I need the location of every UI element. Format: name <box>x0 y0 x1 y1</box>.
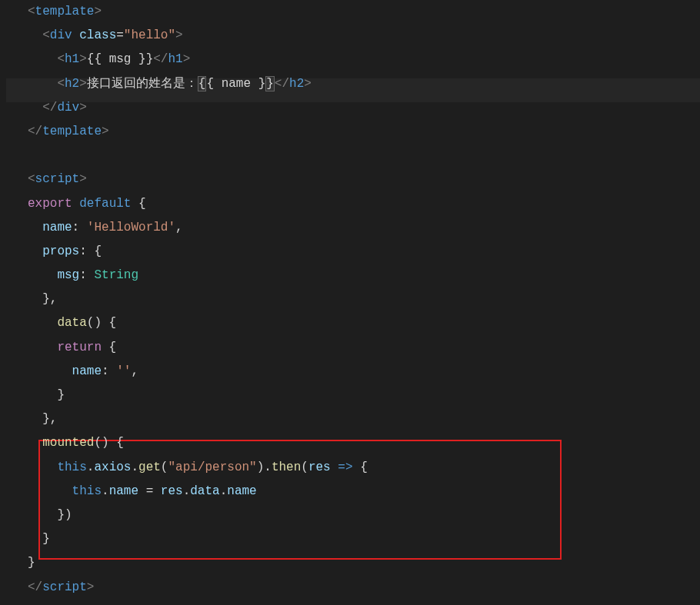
code-line[interactable]: this.name = res.data.name <box>28 480 700 504</box>
keyword-this2: this <box>72 484 102 498</box>
code-line[interactable]: }, <box>28 407 700 431</box>
code-line[interactable]: msg: String <box>28 264 700 288</box>
code-line[interactable]: this.axios.get("api/person").then(res =>… <box>28 456 700 480</box>
code-line[interactable]: }, <box>28 288 700 311</box>
gutter <box>0 0 6 605</box>
attr-value: "hello" <box>124 28 175 42</box>
code-line[interactable]: } <box>28 551 700 575</box>
code-line[interactable]: <template> <box>28 0 700 24</box>
fn-data: data <box>57 316 86 330</box>
type-string: String <box>94 268 138 282</box>
chinese-text: 接口返回的姓名是： <box>87 77 198 91</box>
code-line[interactable]: </div> <box>28 96 700 120</box>
code-line[interactable]: export default { <box>28 192 700 216</box>
keyword-default: default <box>79 197 131 211</box>
fn-then: then <box>272 460 301 474</box>
param-res: res <box>308 460 331 474</box>
interpolation-msg: {{ msg }} <box>87 52 153 66</box>
keyword-export: export <box>28 197 72 211</box>
fn-mounted: mounted <box>42 436 94 450</box>
code-line[interactable]: data() { <box>28 311 700 335</box>
code-line[interactable]: name: '', <box>28 360 700 384</box>
tag-script: script <box>35 172 80 186</box>
keyword-return: return <box>57 341 102 354</box>
tag-div: div <box>50 28 72 42</box>
keyword-this: this <box>57 460 86 474</box>
bracket-match: { <box>198 76 207 91</box>
code-line[interactable]: <script> <box>28 168 700 191</box>
attr-class: class <box>79 28 116 42</box>
code-area[interactable]: <template> <div class="hello"> <h1>{{ ms… <box>6 0 700 605</box>
code-content[interactable]: <template> <div class="hello"> <h1>{{ ms… <box>28 0 700 600</box>
prop-msg: msg <box>57 268 79 282</box>
string-helloworld: 'HelloWorld' <box>87 221 175 234</box>
string-empty: '' <box>116 364 131 378</box>
prop-name2: name <box>72 364 102 378</box>
code-line[interactable]: </template> <box>28 120 700 144</box>
tag-template: template <box>35 5 95 18</box>
code-line[interactable]: } <box>28 384 700 407</box>
closetag-script: script <box>42 580 87 594</box>
fn-get: get <box>138 460 161 474</box>
bracket-match: } <box>265 76 275 91</box>
tag-h2: h2 <box>65 77 79 91</box>
code-line[interactable]: props: { <box>28 240 700 264</box>
tag-h1: h1 <box>65 52 79 66</box>
code-line[interactable]: }) <box>28 504 700 527</box>
prop-axios: axios <box>94 460 131 474</box>
code-line[interactable]: return { <box>28 336 700 360</box>
arrow: => <box>331 460 360 474</box>
code-line[interactable]: mounted() { <box>28 431 700 455</box>
closetag-template: template <box>42 125 102 138</box>
code-line[interactable]: } <box>28 527 700 551</box>
closetag-div: div <box>57 101 79 115</box>
code-line[interactable]: <h2>接口返回的姓名是：{{ name }}</h2> <box>28 72 700 96</box>
code-editor[interactable]: <template> <div class="hello"> <h1>{{ ms… <box>0 0 700 605</box>
code-line[interactable]: <div class="hello"> <box>28 24 700 48</box>
code-line[interactable]: </script> <box>28 576 700 600</box>
code-line[interactable]: <h1>{{ msg }}</h1> <box>28 48 700 71</box>
prop-name: name <box>42 221 72 234</box>
code-line-empty[interactable] <box>28 144 700 168</box>
code-line[interactable]: name: 'HelloWorld', <box>28 216 700 240</box>
string-api: "api/person" <box>168 460 256 474</box>
prop-props: props <box>42 244 79 258</box>
